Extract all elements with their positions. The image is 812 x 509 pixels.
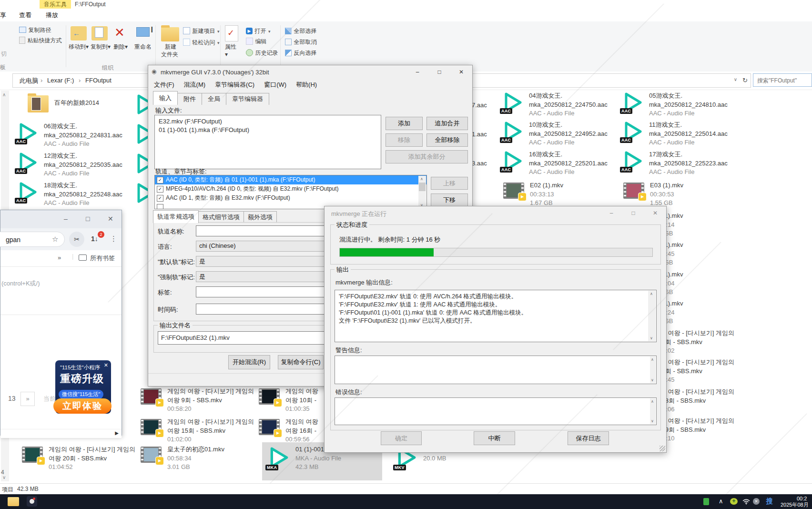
refresh-icon[interactable]: ↻ bbox=[742, 77, 748, 84]
bookmarks-overflow-icon[interactable]: » bbox=[58, 254, 61, 261]
file-item[interactable]: ▶ 皇太子的初恋01.mkv00:58:343.01 GB bbox=[141, 445, 224, 472]
track-row[interactable]: ✓MPEG-4p10/AVC/h.264 (ID 0, 类型: 视频) 自 E3… bbox=[155, 184, 426, 193]
breadcrumb-drive[interactable]: Lexar (F:) bbox=[47, 77, 74, 84]
file-item[interactable]: AAC 05游戏女王.mka_20250812_224810.aacAAC - … bbox=[622, 92, 728, 118]
breadcrumb-folder[interactable]: FFOutput bbox=[85, 77, 112, 84]
address-dropdown-icon[interactable]: ∨ bbox=[734, 77, 737, 82]
maximize-icon[interactable]: □ bbox=[622, 206, 644, 220]
errors-box[interactable]: ∧ ∨ bbox=[335, 397, 657, 425]
file-item[interactable]: ▶ E02 (1).mkv00:33:131.67 GB bbox=[503, 181, 563, 208]
promo-cta-button[interactable]: 立即体验 bbox=[53, 398, 112, 414]
clip-tool-icon[interactable]: ✂ bbox=[69, 232, 84, 247]
scroll-up-icon[interactable]: ∧ bbox=[2, 92, 6, 97]
download-icon[interactable]: 1↓ bbox=[91, 235, 98, 243]
tray-wifi-icon[interactable] bbox=[742, 499, 750, 506]
file-item[interactable]: ▶ 게임의 여왕 - [다시보기] 게임의여왕 20회 - SBS.mkv01:… bbox=[22, 445, 135, 472]
all-bookmarks-label[interactable]: 所有书签 bbox=[90, 254, 115, 263]
errors-scrollbar[interactable]: ∧ ∨ bbox=[650, 398, 656, 424]
tab-chapter-editor[interactable]: 章节编辑器 bbox=[226, 93, 269, 105]
page-current[interactable]: 13 bbox=[8, 395, 16, 402]
hscroll-right-icon[interactable]: ▶ bbox=[115, 430, 119, 436]
clock-time[interactable]: 00:2 bbox=[797, 496, 807, 502]
add-parts-button[interactable]: 添加其余部分 bbox=[386, 150, 468, 163]
search-input[interactable]: 搜索"FFOutput" bbox=[753, 73, 812, 87]
file-item[interactable]: AAC 10游戏女王.mka_20250812_224952.aacAAC - … bbox=[502, 121, 608, 147]
tab-global[interactable]: 全局 bbox=[202, 93, 226, 105]
input-file-row[interactable]: E32.mkv (F:\FFOutput) bbox=[159, 117, 377, 126]
copy-path-button[interactable]: 复制路径 bbox=[19, 25, 51, 34]
track-row[interactable]: ✓AAC (ID 0, 类型: 音频) 自 01 (1)-001 (1).mka… bbox=[155, 175, 426, 184]
remove-all-button[interactable]: 全部移除 bbox=[426, 133, 468, 147]
taskbar-media-icon[interactable] bbox=[27, 496, 37, 507]
file-item[interactable]: AAC 12游戏女王.mka_20250812_225035.aacAAC - … bbox=[17, 152, 122, 178]
maximize-icon[interactable]: □ bbox=[86, 215, 90, 223]
menu-help[interactable]: 帮助(H) bbox=[296, 81, 317, 89]
taskbar-explorer-icon[interactable] bbox=[8, 496, 19, 506]
file-item[interactable]: AAC 06游戏女王.mka_20250812_224831.aacAAC - … bbox=[17, 122, 122, 149]
file-item[interactable]: AAC 16游戏女王.mka_20250812_225201.aacAAC - … bbox=[502, 150, 608, 177]
new-item-button[interactable]: 新建项目 ▾ bbox=[183, 26, 219, 35]
file-item[interactable]: ▶ 게임의 여왕 - [다시보기] 게임의여왕 15회 - SBS.mkv01:… bbox=[141, 417, 254, 444]
tab-extra-options[interactable]: 额外选项 bbox=[244, 211, 277, 223]
minimize-icon[interactable]: – bbox=[600, 206, 622, 220]
input-file-row[interactable]: 01 (1)-001 (1).mka (F:\FFOutput) bbox=[159, 126, 377, 134]
copy-cmdline-button[interactable]: 复制命令行(C) bbox=[278, 355, 324, 369]
tray-x-icon[interactable]: ✕ bbox=[753, 498, 760, 505]
file-item-folder[interactable]: 百年的新娘2014 bbox=[28, 93, 99, 112]
track-row[interactable]: ✓AAC (ID 1, 类型: 音频) 自 E32.mkv (F:\FFOutp… bbox=[155, 193, 426, 203]
menu-file[interactable]: 文件(F) bbox=[154, 81, 174, 89]
file-item[interactable]: AAC 11游戏女王.mka_20250812_225014.aacAAC - … bbox=[622, 121, 728, 147]
tab-track-general[interactable]: 轨道常规选项 bbox=[153, 210, 199, 223]
minimize-icon[interactable]: – bbox=[406, 65, 428, 79]
close-icon[interactable]: ✕ bbox=[108, 215, 113, 223]
maximize-icon[interactable]: □ bbox=[428, 65, 450, 79]
track-down-button[interactable]: 下移 bbox=[431, 193, 468, 206]
save-log-button[interactable]: 保存日志 bbox=[568, 431, 609, 445]
tray-usb-icon[interactable] bbox=[703, 498, 709, 505]
add-button[interactable]: 添加 bbox=[386, 117, 423, 130]
output-scrollbar[interactable]: ∧ ∨ bbox=[648, 291, 656, 341]
file-item[interactable]: ▶ E03 (1).mkv00:30:531.55 GB bbox=[623, 181, 683, 208]
input-files-list[interactable]: E32.mkv (F:\FFOutput) 01 (1)-001 (1).mka… bbox=[154, 115, 381, 169]
new-folder-button[interactable]: 新建 bbox=[165, 43, 176, 51]
edit-button[interactable]: 编辑 bbox=[246, 37, 266, 46]
rename-button[interactable]: 重命名 bbox=[134, 43, 152, 51]
abort-button[interactable]: 中断 bbox=[474, 431, 515, 445]
move-to-button[interactable]: 移动到▾ bbox=[69, 43, 89, 51]
tray-health-icon[interactable]: + bbox=[730, 498, 738, 505]
menu-muxing[interactable]: 混流(M) bbox=[184, 81, 206, 89]
promo-close-icon[interactable]: ✕ bbox=[104, 362, 108, 368]
open-button[interactable]: ▶ 打开 ▾ bbox=[246, 26, 270, 35]
warnings-box[interactable]: ∧ ∨ bbox=[335, 356, 657, 384]
tray-ime-icon[interactable]: 搜 bbox=[766, 497, 773, 506]
clock-date[interactable]: 2025年08月 bbox=[781, 502, 809, 508]
ok-button[interactable]: 确定 bbox=[381, 431, 422, 445]
page-next-button[interactable]: » bbox=[20, 392, 35, 406]
file-item[interactable]: ▶ 게임의 여왕 - [다시보기] 게임의여왕 9회 - SBS.mkv00:5… bbox=[141, 387, 254, 414]
select-all-button[interactable]: 全部选择 bbox=[285, 26, 316, 35]
easy-access-button[interactable]: 轻松访问 ▾ bbox=[183, 38, 219, 47]
close-icon[interactable]: ✕ bbox=[450, 65, 472, 79]
resize-grip[interactable] bbox=[660, 446, 665, 451]
paste-shortcut-button[interactable]: 粘贴快捷方式 bbox=[19, 36, 61, 45]
select-none-button[interactable]: 全部取消 bbox=[285, 37, 316, 46]
remove-button[interactable]: 移除 bbox=[386, 133, 423, 147]
menu-dots-icon[interactable]: ⋮ bbox=[110, 234, 117, 243]
tab-view[interactable]: 查看 bbox=[19, 11, 31, 20]
file-item[interactable]: ▶ 게임의 여왕여왕 16회 -00:59:56 bbox=[259, 417, 318, 444]
output-messages[interactable]: 'F:\FFOutput\E32.mkv' 轨道 0: 使用 AVC/h.264… bbox=[335, 290, 657, 342]
tab-attachments[interactable]: 附件 bbox=[177, 93, 202, 105]
delete-button[interactable]: 删除▾ bbox=[113, 43, 128, 51]
append-button[interactable]: 追加合并 bbox=[426, 117, 468, 130]
tray-chevron-icon[interactable]: ∧ bbox=[719, 498, 723, 505]
checkbox-icon[interactable]: ✓ bbox=[157, 177, 163, 183]
start-muxing-button[interactable]: 开始混流(R) bbox=[228, 355, 270, 369]
file-item[interactable]: ▶ 게임의 여왕여왕 10회 -01:00:35 bbox=[259, 387, 318, 414]
tracks-scrollbar[interactable]: ∧ ∨ bbox=[418, 176, 426, 208]
copy-to-button[interactable]: 复制到▾ bbox=[91, 43, 111, 51]
file-item[interactable]: AAC 17游戏女王.mka_20250812_225223.aacAAC - … bbox=[622, 150, 728, 177]
minimize-icon[interactable]: – bbox=[64, 215, 68, 223]
tab-play[interactable]: 播放 bbox=[46, 11, 58, 20]
properties-button[interactable]: 属性▾ bbox=[225, 43, 236, 58]
tab-share-partial[interactable]: 享 bbox=[0, 11, 6, 20]
